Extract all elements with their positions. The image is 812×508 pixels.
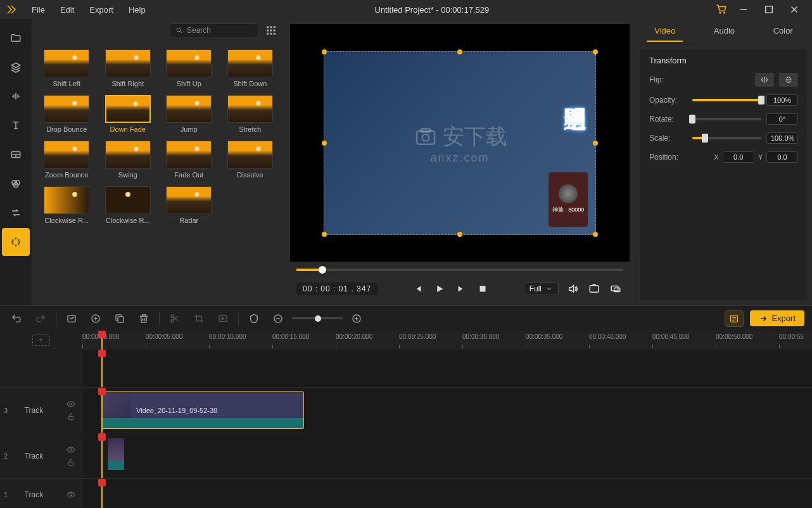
handle-icon[interactable] (593, 49, 598, 54)
text-tool[interactable] (2, 111, 30, 139)
close-button[interactable] (782, 1, 807, 18)
handle-icon[interactable] (457, 49, 462, 54)
video-clip[interactable]: Video_20-11-19_09-52-38 (101, 391, 304, 429)
left-toolbar (0, 19, 32, 305)
handle-icon[interactable] (593, 232, 598, 237)
speed-button[interactable] (214, 310, 232, 327)
add-marker-button[interactable] (87, 310, 105, 327)
undo-button[interactable] (8, 310, 25, 327)
effect-item[interactable]: Jump (159, 92, 219, 136)
lock-icon[interactable] (67, 458, 75, 467)
split-button[interactable] (166, 310, 184, 327)
tab-audio[interactable]: Audio (706, 21, 742, 42)
media-tool[interactable] (2, 24, 30, 52)
track-body[interactable]: Video_20-11-19_09-52-38 (82, 388, 812, 433)
effect-item[interactable]: Down Fade (98, 92, 158, 136)
scale-slider[interactable] (692, 137, 761, 139)
mark-in-button[interactable] (63, 310, 80, 327)
overlay-tool[interactable] (2, 141, 30, 168)
effect-item[interactable]: Zoom Bounce (37, 138, 97, 181)
effect-item[interactable]: Stretch (220, 92, 281, 136)
menu-export[interactable]: Export (83, 3, 120, 17)
add-track-button[interactable]: + (32, 334, 50, 346)
track-body[interactable] (82, 433, 812, 478)
next-frame-button[interactable] (454, 281, 469, 296)
effect-item[interactable]: Shift Down (220, 47, 281, 90)
stop-button[interactable] (475, 281, 490, 296)
rotate-slider[interactable] (692, 118, 761, 120)
tab-video[interactable]: Video (647, 21, 683, 42)
handle-icon[interactable] (322, 49, 327, 54)
lock-icon[interactable] (67, 412, 75, 421)
effect-item[interactable]: Clockwise R... (98, 184, 158, 227)
video-clip[interactable] (108, 438, 124, 470)
rotate-value[interactable]: 0° (766, 113, 798, 125)
effect-item[interactable]: Dissolve (220, 138, 281, 181)
effect-item[interactable]: Shift Left (37, 47, 97, 90)
preview-canvas[interactable]: 明星邊 神装 · 80000 安下载 anxz.com (290, 24, 630, 262)
scale-value[interactable]: 100.0% (766, 132, 798, 144)
effect-item[interactable]: Shift Up (159, 47, 219, 90)
audio-tool[interactable] (2, 82, 30, 110)
animations-tool[interactable] (2, 228, 30, 256)
timeline-ruler[interactable]: 00:00:00.00000:00:05.00000:00:10.00000:0… (82, 331, 812, 350)
menu-edit[interactable]: Edit (54, 3, 80, 17)
minimize-button[interactable] (731, 1, 756, 18)
eye-icon[interactable] (67, 400, 75, 409)
export-button[interactable]: Export (750, 310, 804, 326)
zoom-out-button[interactable] (269, 310, 287, 327)
svg-rect-15 (267, 30, 269, 32)
prev-frame-button[interactable] (410, 281, 426, 296)
track-header[interactable]: 1 Track (0, 479, 82, 508)
effect-item[interactable]: Drop Bounce (37, 92, 97, 136)
transitions-tool[interactable] (2, 199, 30, 227)
crop-button[interactable] (190, 310, 208, 327)
preview-clip[interactable]: 明星邊 神装 · 80000 (324, 51, 596, 235)
play-button[interactable] (432, 281, 447, 296)
effect-item[interactable]: Swing (98, 138, 158, 181)
preview-controls: 00 : 00 : 01 . 347 Full (290, 277, 630, 300)
maximize-button[interactable] (756, 1, 782, 18)
effect-item[interactable]: Fade Out (159, 138, 219, 181)
flip-vertical-button[interactable] (779, 73, 798, 87)
redo-button[interactable] (32, 310, 49, 327)
handle-icon[interactable] (457, 232, 462, 237)
effect-item[interactable]: Shift Right (98, 47, 158, 90)
opacity-value[interactable]: 100% (766, 94, 798, 106)
grid-view-icon[interactable] (263, 23, 279, 38)
fit-select[interactable]: Full (524, 283, 559, 295)
track-header[interactable]: 3 Track (0, 388, 82, 433)
eye-icon[interactable] (67, 445, 75, 454)
position-x-value[interactable]: 0.0 (723, 151, 754, 163)
cart-icon[interactable] (712, 4, 731, 15)
flip-horizontal-button[interactable] (755, 73, 774, 87)
volume-icon[interactable] (565, 281, 580, 296)
filters-tool[interactable] (2, 170, 30, 198)
menu-file[interactable]: File (25, 3, 51, 17)
fullscreen-icon[interactable] (608, 281, 623, 296)
menu-help[interactable]: Help (122, 3, 152, 17)
handle-icon[interactable] (593, 141, 598, 146)
export-settings-button[interactable] (725, 310, 744, 327)
effect-item[interactable]: Radar (159, 184, 219, 227)
zoom-in-button[interactable] (348, 310, 365, 327)
zoom-slider[interactable] (292, 317, 343, 319)
handle-icon[interactable] (322, 232, 327, 237)
layers-tool[interactable] (2, 53, 30, 81)
handle-icon[interactable] (322, 141, 327, 146)
opacity-slider[interactable] (692, 99, 761, 101)
copy-button[interactable] (111, 310, 129, 327)
track-header[interactable]: 2 Track (0, 433, 82, 478)
preview-scrubber[interactable] (290, 262, 630, 277)
delete-button[interactable] (135, 310, 153, 327)
search-input[interactable]: Search (170, 23, 258, 37)
marker-icon[interactable] (245, 310, 263, 327)
effect-label: Clockwise R... (44, 217, 89, 224)
snapshot-icon[interactable] (587, 281, 602, 296)
effect-label: Clockwise R... (106, 217, 150, 224)
eye-icon[interactable] (67, 490, 75, 499)
effect-item[interactable]: Clockwise R... (37, 184, 97, 227)
position-y-value[interactable]: 0.0 (766, 151, 798, 163)
tab-color[interactable]: Color (766, 21, 801, 42)
track-body[interactable] (82, 479, 812, 508)
